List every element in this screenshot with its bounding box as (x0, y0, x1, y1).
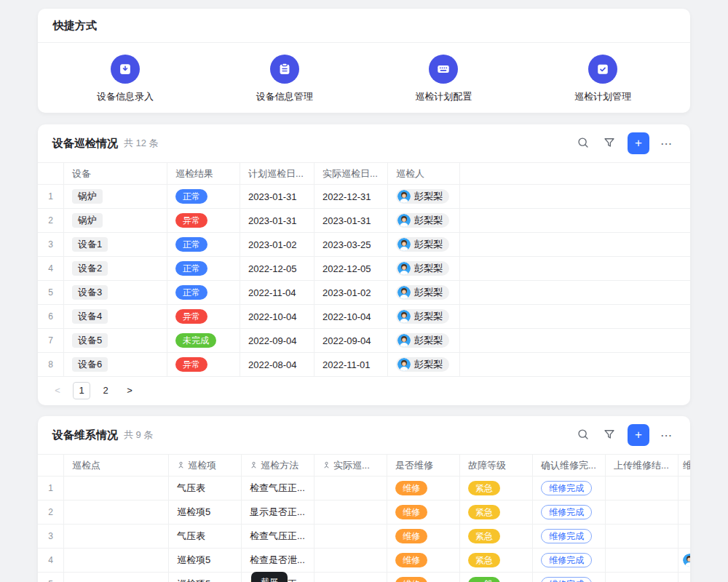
cell-repair[interactable]: 维修 (387, 501, 460, 524)
cell-actual[interactable] (314, 573, 387, 582)
cell-device[interactable]: 设备4 (64, 305, 167, 328)
cell-plan[interactable]: 2022-08-04 (240, 353, 314, 376)
cell-person[interactable]: 彭梨梨 (388, 209, 460, 232)
cell-result[interactable]: 正常 (167, 257, 240, 280)
cell-upload[interactable] (606, 573, 678, 582)
cell-confirm[interactable]: 维修完成 (533, 573, 606, 582)
maintenance-more-button[interactable]: ⋯ (657, 426, 676, 445)
cell-upload[interactable] (606, 525, 678, 548)
cell-actual[interactable]: 2022-11-01 (314, 353, 388, 376)
shortcut-plan-manage[interactable]: 巡检计划管理 (559, 55, 646, 103)
cell-method[interactable]: 检查气压正... (242, 477, 314, 500)
cell-device[interactable]: 锅炉 (64, 185, 167, 208)
page-button-1[interactable]: 1 (73, 382, 90, 399)
cell-method[interactable]: 检查是否泄... (242, 549, 314, 572)
column-header-point[interactable]: 巡检点 (64, 455, 169, 476)
cell-device[interactable]: 锅炉 (64, 209, 167, 232)
next-page-button[interactable]: > (121, 382, 138, 399)
cell-level[interactable]: 紧急 (460, 501, 533, 524)
cell-result[interactable]: 正常 (167, 233, 240, 256)
cell-extra[interactable] (678, 501, 690, 524)
cell-item[interactable]: 气压表 (169, 477, 242, 500)
cell-level[interactable]: 紧急 (460, 525, 533, 548)
cell-plan[interactable]: 2023-01-02 (240, 233, 314, 256)
cell-method[interactable]: 检查气压正... (242, 525, 314, 548)
column-header-person[interactable]: 巡检人 (388, 163, 460, 184)
column-header-method[interactable]: 巡检方法 (242, 455, 314, 476)
cell-level[interactable]: 紧急 (460, 549, 533, 572)
cell-point[interactable] (64, 501, 169, 524)
cell-item[interactable]: 巡检项5 (169, 549, 242, 572)
cell-confirm[interactable]: 维修完成 (533, 549, 606, 572)
column-header-extra[interactable]: 维 (678, 455, 690, 476)
cell-device[interactable]: 设备3 (64, 281, 167, 304)
cell-actual[interactable] (314, 549, 387, 572)
cell-actual[interactable] (314, 477, 387, 500)
cell-actual[interactable]: 2022-09-04 (314, 329, 388, 352)
cell-item[interactable]: 巡检项5 (169, 573, 242, 582)
cell-extra[interactable] (678, 477, 690, 500)
cell-actual[interactable]: 2023-03-25 (314, 233, 388, 256)
shortcut-plan-config[interactable]: 巡检计划配置 (400, 55, 487, 103)
cell-repair[interactable]: 维修 (387, 477, 460, 500)
cell-point[interactable] (64, 549, 169, 572)
cell-result[interactable]: 正常 (167, 281, 240, 304)
cell-person[interactable]: 彭梨梨 (388, 329, 460, 352)
prev-page-button[interactable]: < (49, 382, 66, 399)
cell-plan[interactable]: 2022-10-04 (240, 305, 314, 328)
cell-repair[interactable]: 维修 (387, 573, 460, 582)
cell-device[interactable]: 设备2 (64, 257, 167, 280)
column-header-actual[interactable]: 实际巡检日... (314, 163, 388, 184)
cell-person[interactable]: 彭梨梨 (388, 257, 460, 280)
column-header-level[interactable]: 故障等级 (460, 455, 533, 476)
maintenance-add-record-button[interactable]: + (628, 424, 649, 446)
cell-plan[interactable]: 2022-09-04 (240, 329, 314, 352)
cell-person[interactable]: 彭梨梨 (388, 305, 460, 328)
cell-point[interactable] (64, 525, 169, 548)
cell-plan[interactable]: 2022-12-05 (240, 257, 314, 280)
cell-point[interactable] (64, 477, 169, 500)
column-header-item[interactable]: 巡检项 (169, 455, 242, 476)
column-header-repair[interactable]: 是否维修 (387, 455, 460, 476)
cell-confirm[interactable]: 维修完成 (533, 525, 606, 548)
inspection-search-button[interactable] (574, 134, 593, 153)
shortcut-device-manage[interactable]: 设备信息管理 (241, 55, 328, 103)
cell-point[interactable] (64, 573, 169, 582)
cell-item[interactable]: 巡检项5 (169, 501, 242, 524)
cell-extra[interactable] (678, 525, 690, 548)
cell-extra[interactable] (678, 549, 690, 572)
column-header-result[interactable]: 巡检结果 (167, 163, 240, 184)
cell-confirm[interactable]: 维修完成 (533, 501, 606, 524)
page-button-2[interactable]: 2 (97, 382, 114, 399)
cell-person[interactable]: 彭梨梨 (388, 353, 460, 376)
cell-level[interactable]: 一般 (460, 573, 533, 582)
cell-upload[interactable] (606, 477, 678, 500)
column-header-actual[interactable]: 实际巡... (314, 455, 387, 476)
cell-person[interactable]: 彭梨梨 (388, 185, 460, 208)
cell-person[interactable]: 彭梨梨 (388, 233, 460, 256)
cell-device[interactable]: 设备1 (64, 233, 167, 256)
cell-result[interactable]: 异常 (167, 353, 240, 376)
cell-confirm[interactable]: 维修完成 (533, 477, 606, 500)
cell-extra[interactable] (678, 573, 690, 582)
cell-actual[interactable]: 2022-12-05 (314, 257, 388, 280)
maintenance-filter-button[interactable] (600, 426, 619, 445)
cell-item[interactable]: 气压表 (169, 525, 242, 548)
column-header-plan[interactable]: 计划巡检日... (240, 163, 314, 184)
cell-plan[interactable]: 2023-01-31 (240, 209, 314, 232)
cell-result[interactable]: 未完成 (167, 329, 240, 352)
inspection-more-button[interactable]: ⋯ (657, 134, 676, 153)
cell-actual[interactable]: 2022-12-31 (314, 185, 388, 208)
cell-result[interactable]: 异常 (167, 305, 240, 328)
column-header-confirm[interactable]: 确认维修完... (533, 455, 606, 476)
maintenance-search-button[interactable] (574, 426, 593, 445)
cell-repair[interactable]: 维修 (387, 525, 460, 548)
cell-device[interactable]: 设备6 (64, 353, 167, 376)
shortcut-device-entry[interactable]: 设备信息录入 (82, 55, 169, 103)
cell-plan[interactable]: 2022-11-04 (240, 281, 314, 304)
cell-method[interactable]: 显示是否正... (242, 501, 314, 524)
cell-actual[interactable] (314, 501, 387, 524)
inspection-filter-button[interactable] (600, 134, 619, 153)
inspection-add-record-button[interactable]: + (628, 132, 649, 154)
cell-actual[interactable]: 2022-10-04 (314, 305, 388, 328)
